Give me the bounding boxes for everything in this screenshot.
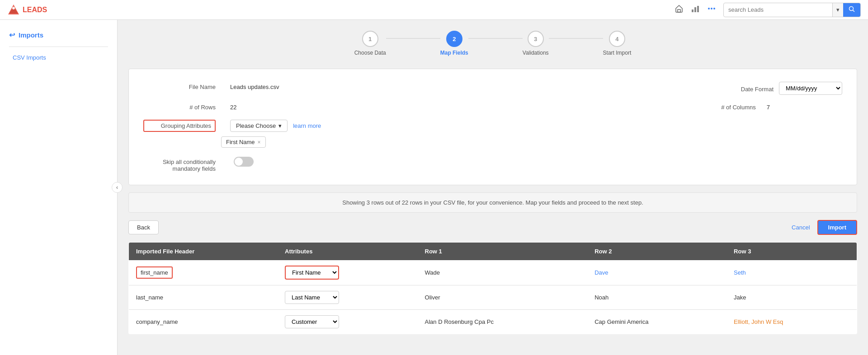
rows-value: 22 [230, 102, 236, 111]
navbar: LEADS ▾ [0, 0, 868, 20]
sidebar-title-label: Imports [19, 31, 43, 39]
brand-name: LEADS [23, 6, 47, 14]
step-3-label: Validations [523, 50, 549, 56]
sidebar: ↩ Imports CSV Imports ‹ [0, 20, 118, 355]
step-1: 1 Choose Data [354, 31, 386, 56]
svg-point-2 [12, 7, 15, 9]
skip-fields-label: Skip all conditionally mandatory fields [143, 157, 216, 172]
sidebar-item-label: CSV Imports [13, 54, 46, 61]
search-button[interactable] [843, 3, 860, 17]
col-header-4: Row 3 [726, 243, 857, 261]
step-connector-2-3 [468, 38, 523, 39]
rows-label: # of Rows [143, 102, 216, 111]
search-container: ▾ [723, 3, 861, 17]
cell-row1-1: Oliver [418, 285, 588, 310]
svg-line-11 [853, 10, 855, 12]
date-format-select[interactable]: MM/dd/yyyy dd/MM/yyyy yyyy-MM-dd [779, 82, 842, 95]
step-connector-3-4 [549, 38, 603, 39]
action-right: Cancel Import [792, 220, 857, 235]
table-row: first_nameFirst NameLast NameCustomerEma… [129, 260, 857, 285]
data-table: Imported File Header Attributes Row 1 Ro… [128, 242, 857, 334]
cell-header-0: first_name [129, 260, 278, 285]
skip-fields-toggle[interactable] [234, 157, 254, 167]
table-header: Imported File Header Attributes Row 1 Ro… [129, 243, 857, 261]
cell-attr-2[interactable]: First NameLast NameCustomerEmailPhoneCom… [278, 310, 418, 334]
cell-row2-2: Cap Gemini America [587, 310, 726, 334]
date-format-label: Date Format [701, 84, 774, 93]
highlighted-header: first_name [136, 266, 173, 279]
cancel-link[interactable]: Cancel [792, 224, 810, 231]
step-1-circle: 1 [362, 31, 378, 47]
back-button[interactable]: Back [128, 220, 159, 234]
cell-attr-0[interactable]: First NameLast NameCustomerEmailPhoneCom… [278, 260, 418, 285]
cell-row2-0: Dave [587, 260, 726, 285]
sidebar-toggle[interactable]: ‹ [112, 182, 123, 193]
search-input[interactable] [724, 6, 832, 13]
more-icon[interactable] [707, 4, 716, 15]
col-header-2: Row 1 [418, 243, 588, 261]
first-name-tag: First Name × [221, 136, 266, 148]
col-header-0: Imported File Header [129, 243, 278, 261]
grouping-label: Grouping Attributes [143, 120, 216, 132]
cell-header-1: last_name [129, 285, 278, 310]
brand-icon [7, 4, 20, 16]
search-dropdown-btn[interactable]: ▾ [832, 3, 843, 17]
table-row: company_nameFirst NameLast NameCustomerE… [129, 310, 857, 334]
cell-row1-2: Alan D Rosenburg Cpa Pc [418, 310, 588, 334]
attr-select-2[interactable]: First NameLast NameCustomerEmailPhoneCom… [285, 315, 339, 328]
sidebar-divider [9, 47, 108, 47]
step-3-circle: 3 [528, 31, 544, 47]
cell-row3-2: Elliott, John W Esq [726, 310, 857, 334]
svg-point-7 [708, 8, 710, 9]
layout: ↩ Imports CSV Imports ‹ 1 Choose Data 2 … [0, 20, 868, 355]
sidebar-item-csv-imports[interactable]: CSV Imports [0, 51, 117, 65]
step-4-label: Start Import [603, 50, 632, 56]
step-3: 3 Validations [523, 31, 549, 56]
chart-icon[interactable] [691, 4, 700, 15]
tag-label: First Name [226, 139, 255, 145]
toggle-slider [234, 157, 254, 167]
step-2-circle: 2 [446, 31, 462, 47]
sidebar-title: ↩ Imports [0, 27, 117, 43]
cell-row3-0: Seth [726, 260, 857, 285]
table-row: last_nameFirst NameLast NameCustomerEmai… [129, 285, 857, 310]
info-bar: Showing 3 rows out of 22 rows in your CS… [128, 192, 857, 213]
step-connector-1-2 [386, 38, 440, 39]
please-choose-arrow: ▾ [278, 122, 282, 129]
file-info-card: File Name Leads updates.csv Date Format … [128, 69, 857, 185]
svg-rect-3 [678, 9, 680, 12]
columns-value: 7 [767, 102, 770, 111]
col-header-1: Attributes [278, 243, 418, 261]
svg-rect-5 [694, 7, 696, 12]
brand-logo: LEADS [7, 4, 47, 16]
attr-select-1[interactable]: First NameLast NameCustomerEmailPhoneCom… [285, 291, 339, 304]
step-2-label: Map Fields [440, 50, 468, 56]
columns-label: # of Columns [684, 102, 756, 111]
please-choose-label: Please Choose [236, 122, 276, 129]
cell-row2-1: Noah [587, 285, 726, 310]
svg-rect-4 [692, 9, 693, 12]
import-button[interactable]: Import [817, 220, 857, 235]
learn-more-link[interactable]: learn more [293, 122, 321, 129]
action-bar: Back Cancel Import [128, 220, 857, 235]
step-2: 2 Map Fields [440, 31, 468, 56]
table-body: first_nameFirst NameLast NameCustomerEma… [129, 260, 857, 334]
cell-attr-1[interactable]: First NameLast NameCustomerEmailPhoneCom… [278, 285, 418, 310]
svg-rect-6 [697, 6, 699, 12]
navbar-icons: ▾ [675, 3, 861, 17]
file-name-value: Leads updates.csv [230, 82, 279, 90]
info-bar-message: Showing 3 rows out of 22 rows in your CS… [342, 199, 643, 206]
sidebar-title-icon: ↩ [9, 31, 15, 39]
attr-select-0[interactable]: First NameLast NameCustomerEmailPhoneCom… [285, 266, 339, 280]
step-4-circle: 4 [609, 31, 625, 47]
home-icon[interactable] [675, 4, 684, 15]
please-choose-btn[interactable]: Please Choose ▾ [230, 120, 288, 132]
main-content: 1 Choose Data 2 Map Fields 3 Validations [118, 20, 868, 355]
svg-point-8 [711, 8, 712, 9]
tag-close-btn[interactable]: × [258, 139, 261, 145]
file-name-label: File Name [143, 82, 216, 90]
col-header-3: Row 2 [587, 243, 726, 261]
stepper: 1 Choose Data 2 Map Fields 3 Validations [128, 31, 857, 56]
step-4: 4 Start Import [603, 31, 632, 56]
cell-header-2: company_name [129, 310, 278, 334]
